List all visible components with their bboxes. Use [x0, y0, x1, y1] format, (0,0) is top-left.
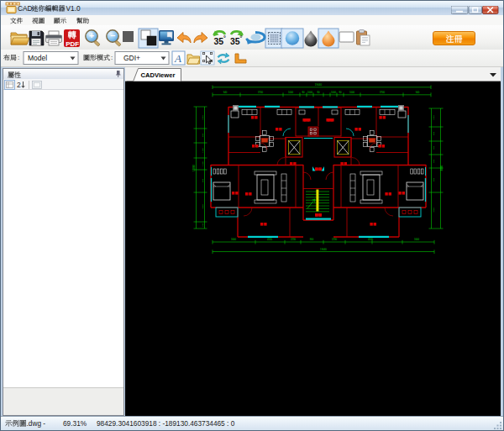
- svg-text:3740: 3740: [258, 91, 264, 94]
- svg-text:3740: 3740: [380, 91, 386, 94]
- svg-text:35: 35: [214, 36, 224, 46]
- svg-text:1000: 1000: [288, 91, 294, 94]
- svg-text:240: 240: [202, 223, 204, 227]
- svg-text:600: 600: [433, 177, 435, 181]
- svg-text:940: 940: [416, 91, 420, 94]
- svg-text:980: 980: [433, 145, 435, 150]
- svg-text:2740: 2740: [202, 115, 204, 120]
- svg-text:2230: 2230: [291, 238, 297, 241]
- svg-text:CAD: CAD: [18, 4, 33, 13]
- svg-text:1000: 1000: [331, 91, 337, 94]
- svg-text::: :: [18, 54, 19, 61]
- svg-text:A: A: [174, 52, 181, 65]
- svg-text:80: 80: [317, 91, 320, 94]
- svg-text:Model: Model: [28, 54, 47, 62]
- svg-text:98429.3041603918 : -189130.463: 98429.3041603918 : -189130.463734465 : 0: [97, 419, 235, 428]
- svg-text:V1.0: V1.0: [66, 4, 81, 13]
- svg-text::: :: [111, 54, 113, 61]
- svg-text:PDF: PDF: [66, 40, 79, 48]
- svg-text:°: °: [223, 35, 226, 41]
- svg-text:4460: 4460: [433, 208, 435, 213]
- svg-text:.dwg -: .dwg -: [27, 419, 46, 428]
- svg-text:1160: 1160: [202, 148, 204, 153]
- svg-text:13060: 13060: [192, 165, 196, 171]
- svg-text:8880: 8880: [440, 165, 444, 171]
- svg-text:1000: 1000: [349, 91, 355, 94]
- svg-text:+: +: [89, 30, 94, 40]
- svg-text:19040: 19040: [320, 248, 327, 251]
- svg-text:1000: 1000: [307, 91, 313, 94]
- svg-text:2740: 2740: [433, 115, 435, 120]
- svg-text:4530: 4530: [267, 238, 273, 241]
- svg-text:35: 35: [230, 36, 240, 46]
- svg-text:−: −: [110, 30, 115, 40]
- svg-text:940: 940: [223, 91, 228, 94]
- svg-text:69.31%: 69.31%: [63, 419, 87, 428]
- svg-text:980: 980: [433, 159, 435, 163]
- svg-text:1100: 1100: [202, 161, 204, 166]
- svg-text:GDI+: GDI+: [123, 54, 140, 62]
- svg-text:1600: 1600: [414, 238, 420, 241]
- svg-text:600: 600: [202, 133, 204, 137]
- svg-text:600: 600: [433, 131, 435, 135]
- svg-text:2: 2: [17, 81, 21, 89]
- svg-text:4530: 4530: [368, 238, 374, 241]
- svg-text:80: 80: [302, 91, 305, 94]
- svg-text:1600: 1600: [231, 238, 237, 241]
- svg-text:800: 800: [310, 238, 314, 241]
- svg-text:4460: 4460: [202, 204, 204, 209]
- svg-text:600: 600: [202, 178, 204, 182]
- svg-text:80: 80: [339, 91, 342, 94]
- svg-text:19040: 19040: [315, 83, 323, 87]
- svg-text:2230: 2230: [332, 238, 338, 241]
- svg-text:°: °: [240, 35, 243, 41]
